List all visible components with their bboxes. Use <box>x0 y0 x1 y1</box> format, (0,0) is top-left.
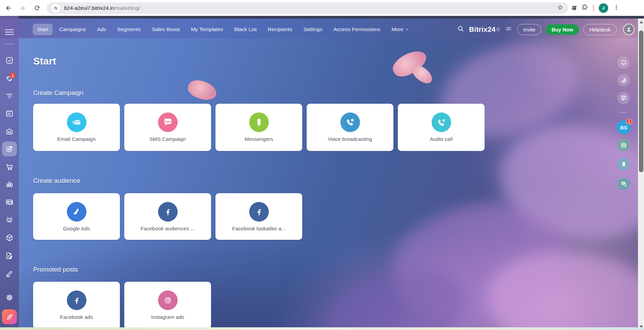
card-label: SMS Campaign <box>149 136 186 142</box>
translate-icon[interactable]: अ <box>572 4 576 12</box>
sidebar-item-crm-funnel[interactable] <box>2 88 17 103</box>
logo-text: Bitrix24 <box>469 25 496 33</box>
calendar-icon <box>5 109 14 118</box>
facebook-icon <box>249 202 269 222</box>
chevron-down-icon <box>405 26 409 32</box>
nav-item-label: Ads <box>97 26 106 32</box>
sidebar-item-ai-robot[interactable] <box>2 212 17 227</box>
helpdesk-button[interactable]: Helpdesk <box>583 24 617 35</box>
card-label: Google Ads <box>63 226 90 232</box>
sidebar-item-calendar[interactable] <box>2 106 17 121</box>
rail-item-copilot[interactable] <box>617 74 630 86</box>
sidebar-item-tasks[interactable] <box>2 53 17 68</box>
browser-back-button[interactable] <box>3 2 14 14</box>
nav-item-campaigns[interactable]: Campaigns <box>55 24 90 35</box>
user-avatar[interactable] <box>623 24 635 35</box>
rail-item-news[interactable] <box>617 139 630 151</box>
section-title-promoted-posts: Promoted posts <box>33 266 78 273</box>
page-title: Start <box>33 55 56 67</box>
card-facebook-lookalike-a[interactable]: Facebook lookalike a... <box>215 193 302 240</box>
search-icon[interactable] <box>457 25 465 34</box>
sidebar-item-market-cube[interactable] <box>2 230 17 245</box>
card-facebook-ads[interactable]: Facebook ads <box>33 282 120 329</box>
browser-reload-button[interactable] <box>31 2 43 14</box>
card-label: Messengers <box>244 136 273 142</box>
address-bar[interactable]: b24-a2eui7.bitrix24.in/marketing/ <box>47 2 568 14</box>
card-instagram-ads[interactable]: Instagram ads <box>124 282 211 329</box>
browser-forward-button[interactable] <box>17 2 28 14</box>
voice-broadcasting-icon: i <box>340 112 360 132</box>
browser-menu-kebab-icon[interactable] <box>613 4 620 12</box>
sidebar-item-settings-gear[interactable] <box>2 290 17 305</box>
sidebar-item-analytics-chart[interactable] <box>2 177 17 192</box>
rail-item-notifications-bell[interactable] <box>617 56 630 69</box>
sidebar-item-rocket[interactable] <box>2 309 17 324</box>
nav-item-segments[interactable]: Segments <box>113 24 145 35</box>
rail-divider <box>621 112 627 113</box>
back-arrow-icon <box>5 4 12 12</box>
collab-icon: 1 <box>5 74 14 83</box>
sidebar-item-collab[interactable]: 1 <box>2 71 17 86</box>
sidebar-item-sales-cart[interactable] <box>2 159 17 174</box>
sidebar-item-sign-document[interactable] <box>2 248 17 263</box>
sidebar-item-e-signature[interactable] <box>2 266 17 281</box>
email-campaign-icon <box>67 112 86 132</box>
toolbar-separator <box>593 4 594 12</box>
card-label: Facebook audiences ... <box>140 226 195 232</box>
invite-button[interactable]: Invite <box>517 24 541 35</box>
page-scrollbar[interactable] <box>638 19 644 330</box>
nav-item-label: More <box>391 26 403 32</box>
portal-avatar-initials: BS <box>620 125 627 130</box>
nav-item-more[interactable]: More <box>387 24 413 35</box>
sidebar-badge: 1 <box>10 73 16 78</box>
extensions-puzzle-icon[interactable] <box>581 4 588 12</box>
bookmark-star-icon[interactable] <box>557 4 564 12</box>
scrollbar-thumb[interactable] <box>639 30 643 172</box>
buy-now-button[interactable]: Buy Now <box>546 24 579 35</box>
nav-item-label: Segments <box>117 26 141 32</box>
nav-item-label: Access Permissions <box>333 26 380 32</box>
reload-icon <box>33 4 41 11</box>
nav-item-label: Sales Boost <box>152 26 180 32</box>
notification-badge: 1 <box>626 119 632 125</box>
sign-document-icon <box>5 251 14 260</box>
card-email-campaign[interactable]: Email Campaign <box>33 104 120 151</box>
card-google-ads[interactable]: Google Ads <box>33 193 120 240</box>
rail-item-translate-chat[interactable] <box>617 92 630 104</box>
card-sms-campaign[interactable]: SMSSMS Campaign <box>124 104 211 151</box>
nav-item-sales-boost[interactable]: Sales Boost <box>148 24 184 35</box>
card-row: Facebook adsInstagram ads <box>33 282 211 329</box>
person-icon <box>625 26 632 33</box>
rail-item-bookmark[interactable] <box>617 158 630 171</box>
card-row: Email CampaignSMSSMS CampaignMessengersi… <box>33 104 485 151</box>
market-cube-icon <box>5 233 14 242</box>
sidebar-item-marketing-target[interactable] <box>2 142 17 156</box>
portal-avatar-bs[interactable]: BS 1 <box>617 120 631 134</box>
nav-item-access-permissions[interactable]: Access Permissions <box>329 24 385 35</box>
nav-item-label: Settings <box>303 26 322 32</box>
messengers-icon <box>249 112 269 132</box>
url-text: b24-a2eui7.bitrix24.in/marketing/ <box>64 5 557 11</box>
browser-profile-avatar[interactable]: J <box>599 3 608 13</box>
nav-item-start[interactable]: Start <box>33 24 53 35</box>
nav-item-label: Black List <box>234 26 257 32</box>
nav-item-settings[interactable]: Settings <box>299 24 327 35</box>
nav-item-recipients[interactable]: Recipients <box>263 24 297 35</box>
nav-item-ads[interactable]: Ads <box>93 24 110 35</box>
tasks-icon <box>5 56 14 65</box>
nav-item-black-list[interactable]: Black List <box>230 24 261 35</box>
card-audio-call[interactable]: Audio call <box>398 104 485 151</box>
sidebar-item-contact-center[interactable] <box>2 195 17 209</box>
nav-item-my-templates[interactable]: My Templates <box>186 24 227 35</box>
e-signature-icon <box>5 269 14 278</box>
card-facebook-audiences[interactable]: Facebook audiences ... <box>124 193 211 240</box>
card-messengers[interactable]: Messengers <box>215 104 302 151</box>
hamburger-menu-icon[interactable] <box>5 29 14 35</box>
scrollbar-up-arrow[interactable] <box>638 19 644 25</box>
site-settings-icon[interactable] <box>51 4 60 12</box>
sms-campaign-icon: SMS <box>158 112 178 132</box>
sidebar-item-drive[interactable] <box>2 124 17 139</box>
sliders-icon[interactable] <box>505 25 513 34</box>
rail-item-chats[interactable] <box>617 178 630 190</box>
card-voice-broadcasting[interactable]: iVoice broadcasting <box>307 104 393 151</box>
